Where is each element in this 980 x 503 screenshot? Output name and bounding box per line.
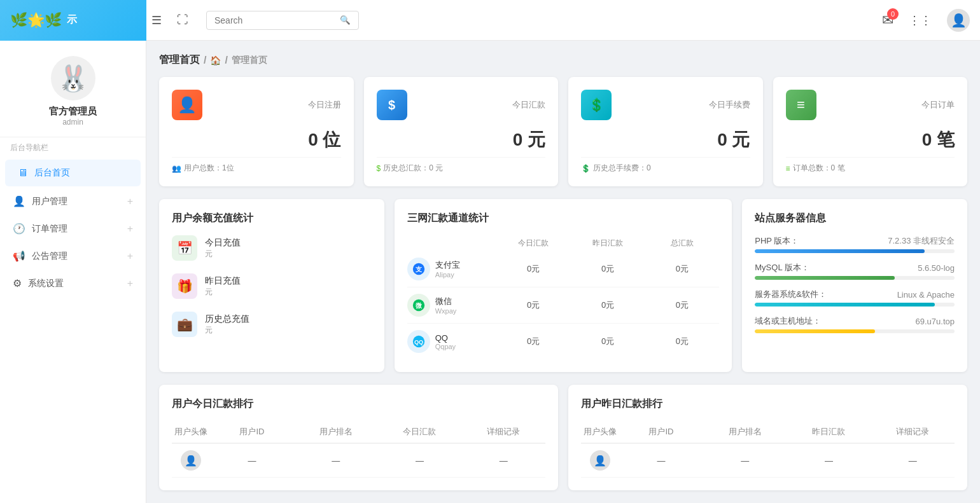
user-avatar: 🐰 <box>51 56 95 100</box>
search-input[interactable] <box>214 15 340 25</box>
fee-icon: 💲 <box>581 90 612 120</box>
sidebar-item-users[interactable]: 👤 用户管理 + <box>0 188 146 215</box>
user-avatar-header[interactable]: 👤 <box>947 9 970 32</box>
content-row: 用户余额充值统计 📅 今日充值 元 🎁 昨日充值 元 💼 历史总充值 <box>159 199 967 372</box>
fullscreen-button[interactable]: ⛶ <box>172 11 193 29</box>
search-button[interactable]: 🔍 <box>340 15 351 25</box>
wechat-icon: 微 <box>407 294 430 317</box>
breadcrumb-current: 管理首页 <box>232 55 267 66</box>
recharge-yesterday-label: 昨日充值 <box>205 275 241 287</box>
dashboard-icon: 🖥 <box>18 167 28 179</box>
qq-yesterday: 0元 <box>571 324 645 359</box>
ranking-yesterday-row-1: 👤 — — — — <box>581 444 955 478</box>
recharge-yesterday-icon: 🎁 <box>172 273 197 299</box>
qq-today: 0元 <box>496 324 571 359</box>
domain-key: 域名或主机地址： <box>755 315 821 327</box>
orders-stat-title: 今日订单 <box>921 99 955 111</box>
recharge-today-val: 元 <box>205 249 241 259</box>
rth-col5: 详细记录 <box>461 426 545 438</box>
nav-users-label: 用户管理 <box>32 196 121 207</box>
server-title: 站点服务器信息 <box>755 212 955 225</box>
php-val: 7.2.33 非线程安全 <box>888 235 955 247</box>
wechat-today: 0元 <box>496 287 571 324</box>
orders-expand-icon: + <box>127 223 133 235</box>
stat-card-register: 👤 今日注册 0 位 👥 用户总数：1位 <box>159 77 354 186</box>
stat-card-orders: ≡ 今日订单 0 笔 ≡ 订单总数：0 笔 <box>773 77 968 186</box>
channels-title: 三网汇款通道统计 <box>407 212 720 225</box>
fullscreen-icon: ⛶ <box>177 13 188 26</box>
rth-col4: 今日汇款 <box>378 426 462 438</box>
qq-sub-label: Qqpay <box>435 343 456 350</box>
ch-col-total: 总汇款 <box>645 235 719 251</box>
user-name: 官方管理员 <box>49 106 97 118</box>
os-key: 服务器系统&软件： <box>755 289 827 300</box>
settings-expand-icon: + <box>127 278 133 289</box>
domain-progress-fill <box>755 329 874 333</box>
ranking-today-card: 用户今日汇款排行 用户头像 用户ID 用户排名 今日汇款 详细记录 👤 — — … <box>159 385 558 490</box>
search-box: 🔍 <box>206 11 359 30</box>
recharge-title: 用户余额充值统计 <box>172 212 372 225</box>
domain-progress-bar <box>755 329 955 333</box>
nav-dashboard-label: 后台首页 <box>34 167 128 179</box>
rank-yesterday-avatar-1: 👤 <box>590 450 610 471</box>
sidebar-item-notices[interactable]: 📢 公告管理 + <box>0 242 146 270</box>
qq-name-label: QQ <box>435 333 456 343</box>
stat-card-fee: 💲 今日手续费 0 元 💲 历史总手续费：0 <box>568 77 763 186</box>
wechat-total: 0元 <box>645 287 719 324</box>
notices-expand-icon: + <box>127 251 133 262</box>
mail-count: 0 <box>887 8 899 20</box>
search-area: 🔍 <box>193 11 882 30</box>
os-progress-bar <box>755 303 955 307</box>
menu-toggle-button[interactable]: ☰ <box>146 11 167 30</box>
ryh-col5: 详细记录 <box>871 426 955 438</box>
php-progress-fill <box>755 249 925 253</box>
wechat-yesterday: 0元 <box>571 287 645 324</box>
fee-footer: 💲 历史总手续费：0 <box>581 157 750 174</box>
fee-title: 今日手续费 <box>709 99 750 111</box>
fee-footer-icon: 💲 <box>581 164 591 173</box>
header-left-icons: ☰ ⛶ <box>146 11 193 30</box>
stats-row: 👤 今日注册 0 位 👥 用户总数：1位 $ 今日汇款 0 元 $ 历史总汇款：… <box>159 77 967 186</box>
breadcrumb: 管理首页 / 🏠 / 管理首页 <box>159 53 967 67</box>
recharge-total-icon: 💼 <box>172 312 197 337</box>
home-icon-breadcrumb[interactable]: 🏠 <box>210 55 221 65</box>
register-value: 0 位 <box>172 128 341 152</box>
os-val: Linux & Apache <box>897 290 955 300</box>
ryh-col2: 用户ID <box>619 426 703 438</box>
mail-badge-wrap[interactable]: ✉ 0 <box>882 12 893 29</box>
menu-icon: ☰ <box>151 14 162 27</box>
sidebar-item-dashboard[interactable]: 🖥 后台首页 <box>5 160 141 186</box>
recharge-today-label: 今日充值 <box>205 237 241 249</box>
apps-icon: ⋮⋮ <box>909 14 932 27</box>
rank-today-detail-1: — <box>461 456 545 465</box>
breadcrumb-sep2: / <box>225 55 227 66</box>
svg-text:支: 支 <box>415 266 423 273</box>
orders-icon: 🕐 <box>13 223 25 235</box>
alipay-today: 0元 <box>496 251 571 287</box>
rank-yesterday-rank-1: — <box>703 456 787 465</box>
channels-card: 三网汇款通道统计 今日汇款 昨日汇款 总汇款 支 支付宝 Alipay 0元 <box>395 199 732 372</box>
wechat-name-cell: 微 微信 Wxpay <box>407 287 496 324</box>
recharge-today: 📅 今日充值 元 <box>172 235 372 261</box>
os-progress-fill <box>755 303 934 307</box>
ch-col-name <box>407 235 496 251</box>
remit-value: 0 元 <box>377 128 546 152</box>
sidebar-item-settings[interactable]: ⚙ 系统设置 + <box>0 270 146 297</box>
notices-icon: 📢 <box>13 250 25 262</box>
remit-footer: $ 历史总汇款：0 元 <box>377 157 546 174</box>
apps-button[interactable]: ⋮⋮ <box>904 11 937 30</box>
orders-stat-icon: ≡ <box>786 90 816 120</box>
sidebar-item-orders[interactable]: 🕐 订单管理 + <box>0 215 146 242</box>
nav-orders-label: 订单管理 <box>32 223 121 235</box>
logo-decoration: 🌿🌟🌿 <box>10 12 62 29</box>
register-title: 今日注册 <box>308 99 341 111</box>
server-mysql: MySQL 版本： 5.6.50-log <box>755 262 955 280</box>
ch-col-yesterday: 昨日汇款 <box>571 235 645 251</box>
top-header: 🌿🌟🌿 示 ☰ ⛶ 🔍 ✉ 0 ⋮⋮ 👤 <box>0 0 980 41</box>
register-footer-text: 用户总数：1位 <box>184 163 234 174</box>
main-content: 管理首页 / 🏠 / 管理首页 👤 今日注册 0 位 👥 用户总数：1位 $ 今… <box>146 41 980 503</box>
alipay-name-cell: 支 支付宝 Alipay <box>407 251 496 287</box>
ranking-today-header: 用户头像 用户ID 用户排名 今日汇款 详细记录 <box>172 421 545 444</box>
mysql-progress-bar <box>755 276 955 280</box>
avatar-emoji: 🐰 <box>57 64 89 93</box>
